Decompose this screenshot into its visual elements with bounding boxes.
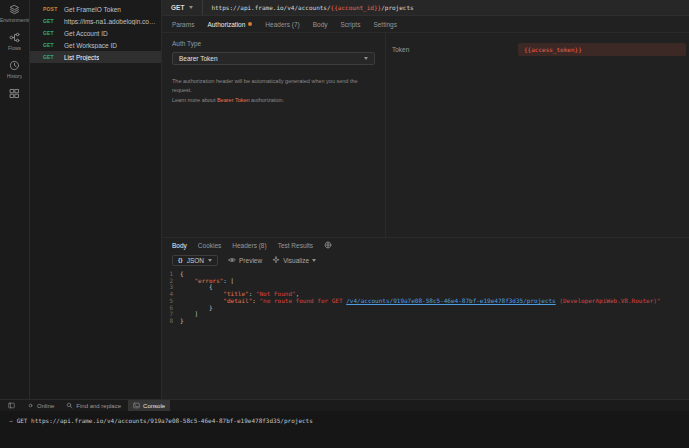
rail-label: Flows [8, 45, 21, 51]
request-name: List Projects [64, 54, 99, 61]
tab-params[interactable]: Params [172, 21, 194, 28]
method-badge: POST [43, 6, 60, 12]
method-select[interactable]: GET [162, 0, 203, 15]
url-variable: {{account_id}} [331, 4, 382, 11]
url-prefix: https://api.frame.io/v4/accounts/ [211, 4, 330, 11]
chevron-down-icon [312, 259, 316, 262]
console-button[interactable]: Console [128, 400, 170, 411]
eye-icon [228, 256, 236, 264]
console-request-text: GET https://api.frame.io/v4/accounts/919… [17, 417, 313, 424]
status-bar: Online Find and replace Console [0, 399, 689, 411]
sidebar-toggle-button[interactable] [3, 400, 20, 411]
method-badge: GET [43, 54, 60, 60]
request-pane: GET https://api.frame.io/v4/accounts/{{a… [162, 0, 689, 399]
token-input[interactable]: {{access_token}} [518, 43, 686, 56]
flows-icon [9, 32, 20, 43]
tab-response-headers[interactable]: Headers (8) [232, 242, 266, 249]
code-line: 2 "errors": [ [162, 278, 689, 285]
request-list-item[interactable]: GET Get Account ID [30, 27, 161, 39]
visualize-button[interactable]: Visualize [272, 256, 316, 264]
format-value: JSON [187, 257, 204, 264]
auth-help-text: The authorization header will be automat… [172, 77, 375, 105]
rail-item-more[interactable] [0, 88, 29, 101]
apps-grid-icon [9, 88, 20, 99]
code-line: 5 "detail": "no route found for GET /v4/… [162, 298, 689, 305]
rail-item-flows[interactable]: Flows [0, 32, 29, 51]
sidebar-toggle-icon [8, 402, 15, 409]
response-detail-link[interactable]: /v4/accounts/919a7e08-58c5-46e4-87bf-e19… [346, 297, 556, 304]
method-badge: GET [43, 42, 60, 48]
rail-label: Environments [0, 17, 29, 23]
history-icon [9, 60, 20, 71]
token-variable: {{access_token}} [524, 46, 582, 53]
line-number: 8 [162, 318, 180, 325]
body-format-select[interactable]: {} JSON [172, 255, 218, 266]
code-line: 6 } [162, 305, 689, 312]
tab-settings[interactable]: Settings [373, 21, 397, 28]
find-and-replace-button[interactable]: Find and replace [61, 400, 126, 411]
url-bar: GET https://api.frame.io/v4/accounts/{{a… [162, 0, 689, 16]
chevron-down-icon [208, 259, 212, 262]
network-icon[interactable] [324, 241, 332, 250]
collection-sidebar: POST Get FrameIO Token GET https://ims-n… [30, 0, 162, 399]
response-body-code: 1{2 "errors": [3 {4 "title": "Not Found"… [162, 267, 689, 399]
braces-icon: {} [178, 257, 183, 263]
tab-headers[interactable]: Headers (7) [265, 21, 299, 28]
online-dot-icon [27, 402, 34, 409]
request-list-item-selected[interactable]: GET List Projects [30, 51, 161, 63]
code-line: 1{ [162, 271, 689, 278]
rail-label: History [7, 73, 23, 79]
token-column: Token {{access_token}} [386, 33, 689, 237]
method-value: GET [171, 4, 184, 11]
method-badge: GET [43, 18, 60, 24]
auth-type-column: Auth Type Bearer Token The authorization… [162, 33, 386, 237]
response-toolbar: {} JSON Preview Visualize [162, 253, 689, 267]
chevron-down-icon [189, 6, 193, 9]
auth-indicator-dot [248, 22, 252, 26]
tab-test-results[interactable]: Test Results [278, 242, 313, 249]
request-name: https://ims-na1.adobelogin.com/im... [64, 18, 157, 25]
request-name: Get Workspace ID [64, 42, 117, 49]
request-list-item[interactable]: GET https://ims-na1.adobelogin.com/im... [30, 15, 161, 27]
tab-body[interactable]: Body [313, 21, 328, 28]
console-log-entry: →GET https://api.frame.io/v4/accounts/91… [9, 417, 680, 424]
code-line: 7 ] [162, 311, 689, 318]
request-list-item[interactable]: POST Get FrameIO Token [30, 3, 161, 15]
environments-icon [9, 4, 20, 15]
auth-type-select[interactable]: Bearer Token [172, 52, 375, 65]
code-line: 8} [162, 318, 689, 325]
token-label: Token [392, 43, 409, 56]
chevron-down-icon [364, 57, 368, 60]
console-panel: →GET https://api.frame.io/v4/accounts/91… [0, 411, 689, 448]
response-pane: Body Cookies Headers (8) Test Results {}… [162, 237, 689, 399]
url-input[interactable]: https://api.frame.io/v4/accounts/{{accou… [203, 0, 689, 15]
request-name: Get FrameIO Token [64, 6, 121, 13]
request-tabs: Params Authorization Headers (7) Body Sc… [162, 16, 689, 33]
method-badge: GET [43, 30, 60, 36]
authorization-panel: Auth Type Bearer Token The authorization… [162, 33, 689, 237]
tab-response-body[interactable]: Body [172, 242, 187, 249]
url-suffix: /projects [381, 4, 414, 11]
online-status[interactable]: Online [22, 400, 59, 411]
response-tabs: Body Cookies Headers (8) Test Results [162, 238, 689, 253]
request-name: Get Account ID [64, 30, 108, 37]
preview-button[interactable]: Preview [228, 256, 262, 264]
app-window: Environments Flows History POST [0, 0, 689, 399]
auth-type-label: Auth Type [172, 40, 375, 47]
tab-scripts[interactable]: Scripts [341, 21, 361, 28]
auth-type-value: Bearer Token [179, 55, 218, 62]
bearer-token-link[interactable]: Bearer Token [217, 97, 250, 103]
console-arrow-icon: → [9, 417, 13, 424]
terminal-icon [133, 402, 140, 409]
activity-rail: Environments Flows History [0, 0, 30, 399]
rail-item-environments[interactable]: Environments [0, 4, 29, 23]
tab-authorization[interactable]: Authorization [207, 21, 252, 28]
sparkle-icon [272, 256, 280, 264]
rail-item-history[interactable]: History [0, 60, 29, 79]
search-icon [66, 402, 73, 409]
tab-response-cookies[interactable]: Cookies [198, 242, 221, 249]
request-list-item[interactable]: GET Get Workspace ID [30, 39, 161, 51]
